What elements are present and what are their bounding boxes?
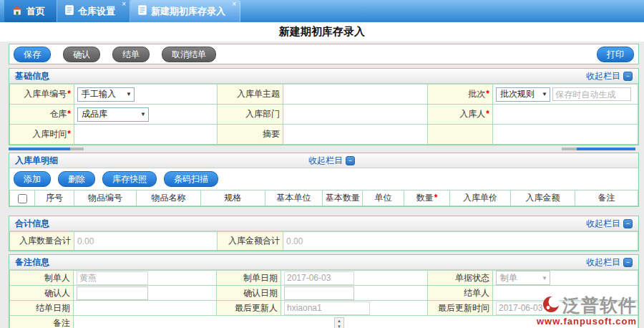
collapse-icon: −: [623, 258, 633, 267]
detail-header: 入库单明细 收起栏目 −: [9, 153, 638, 168]
make-date-cell: [281, 271, 428, 286]
confirm-button[interactable]: 确认: [63, 47, 100, 62]
section-title: 备注信息: [15, 256, 49, 269]
subject-field[interactable]: [283, 85, 428, 105]
totals-grid: 入库数量合计 0.00 入库金额合计 0.00: [9, 231, 638, 251]
page-title: 新建期初库存录入: [279, 25, 365, 39]
close-icon[interactable]: ×: [122, 1, 126, 8]
summary-field[interactable]: [283, 125, 428, 145]
tab-bar: 首页 仓库设置 × 新建期初库存录入 ×: [0, 0, 644, 22]
make-date-label: 制单日期: [217, 271, 281, 286]
total-amount-label: 入库金额合计: [218, 232, 283, 251]
stock-snapshot-button[interactable]: 库存快照: [102, 171, 157, 187]
total-qty-value: 0.00: [74, 232, 218, 251]
make-date-input: [284, 271, 354, 285]
section-basic-info: 基础信息 收起栏目 − 入库单编号* 手工输入▼ 入库单主题 批次* 批次规则▼…: [9, 68, 639, 145]
column-header-qty: 数量*: [404, 190, 450, 206]
time-field[interactable]: [74, 125, 218, 145]
collapse-totals-control[interactable]: 收起栏目 −: [586, 216, 633, 231]
subject-label: 入库单主题: [218, 85, 283, 105]
batch-input[interactable]: [552, 87, 631, 101]
select-all-checkbox[interactable]: [18, 194, 27, 203]
section-totals: 合计信息 收起栏目 − 入库数量合计 0.00 入库金额合计 0.00: [9, 216, 639, 251]
column-header-base-unit: 基本单位: [265, 190, 323, 206]
delete-row-button[interactable]: 删除: [58, 171, 95, 187]
confirm-date-label: 确认日期: [217, 286, 281, 301]
tab-label: 仓库设置: [78, 5, 115, 18]
note-label: 备注: [10, 316, 74, 328]
home-icon: [12, 6, 22, 17]
note-spinner[interactable]: ▲▼: [334, 317, 344, 328]
column-header-unit-price: 入库单价: [450, 190, 511, 206]
barcode-scan-button[interactable]: 条码扫描: [164, 171, 218, 187]
last-updater-label: 最后更新人: [217, 301, 281, 316]
collapse-icon: −: [346, 156, 355, 165]
tab-home[interactable]: 首页: [4, 0, 57, 22]
empty-field-cell: [493, 125, 638, 145]
chevron-down-icon: ▼: [140, 111, 146, 117]
detail-table: 序号 物品编号 物品名称 规格 基本单位 基本数量 单位 数量* 入库单价 入库…: [9, 190, 638, 206]
total-qty-label: 入库数量合计: [10, 232, 74, 251]
column-header-item-name: 物品名称: [137, 190, 201, 206]
settle-button[interactable]: 结单: [112, 47, 150, 62]
save-button[interactable]: 保存: [14, 47, 51, 62]
collapse-icon: −: [623, 219, 633, 228]
tab-new-initial-inventory[interactable]: 新建期初库存录入 ×: [130, 0, 240, 22]
settle-date-label: 结单日期: [10, 301, 74, 316]
collapse-icon: −: [623, 72, 633, 81]
section-title: 合计信息: [15, 218, 49, 230]
scrollbar-thumb-right[interactable]: [562, 148, 635, 150]
confirm-date-input[interactable]: [284, 286, 354, 300]
settler-label: 结单人: [428, 286, 493, 301]
receipt-no-mode-select[interactable]: 手工输入▼: [77, 87, 135, 102]
print-button[interactable]: 打印: [597, 47, 634, 62]
column-header-amount: 入库金额: [511, 190, 575, 206]
status-cell: 制单▼: [493, 271, 638, 286]
column-header-remark: 备注: [575, 190, 638, 206]
section-detail: 入库单明细 收起栏目 − 添加 删除 库存快照 条码扫描 序号 物品编号 物品名…: [9, 153, 639, 207]
vendor-name: 泛普软件: [562, 294, 637, 317]
confirmer-input[interactable]: [77, 286, 148, 300]
column-header-seq: 序号: [35, 190, 74, 206]
status-label: 单据状态: [428, 271, 493, 286]
last-update-time-label: 最后更新时间: [428, 301, 493, 316]
close-icon[interactable]: ×: [232, 1, 236, 8]
tab-label: 新建期初库存录入: [151, 5, 225, 18]
document-icon: [65, 5, 74, 17]
summary-label: 摘要: [218, 125, 283, 145]
vendor-watermark: 泛普软件 www.fanpusoft.com: [537, 294, 637, 327]
receiver-field[interactable]: [493, 105, 638, 125]
chevron-down-icon: ▼: [542, 91, 547, 97]
dept-label: 入库部门: [218, 105, 283, 125]
warehouse-label: 仓库*: [10, 105, 74, 125]
warehouse-cell: 成品库▼: [74, 105, 218, 125]
status-select: 制单▼: [496, 271, 550, 285]
add-row-button[interactable]: 添加: [14, 171, 51, 187]
collapse-basic-control[interactable]: 收起栏目 −: [586, 69, 633, 83]
confirm-date-cell: [281, 286, 428, 301]
collapse-detail-control[interactable]: 收起栏目 −: [308, 153, 355, 168]
spinner-up-icon[interactable]: ▲: [335, 318, 343, 324]
title-bar: 新建期初库存录入: [0, 22, 644, 42]
spinner-down-icon[interactable]: ▼: [335, 324, 343, 328]
tab-warehouse-settings[interactable]: 仓库设置 ×: [57, 0, 130, 22]
confirmer-cell: [74, 286, 217, 301]
settle-date-field: [74, 301, 217, 316]
dept-field[interactable]: [283, 105, 428, 125]
confirmer-label: 确认人: [10, 286, 74, 301]
cancel-settle-button[interactable]: 取消结单: [162, 47, 216, 62]
remark-header: 备注信息 收起栏目 −: [9, 255, 638, 270]
collapse-label: 收起栏目: [586, 256, 620, 269]
maker-cell: [74, 271, 217, 286]
batch-rule-select[interactable]: 批次规则▼: [496, 87, 550, 102]
section-title: 基础信息: [15, 70, 49, 82]
warehouse-select[interactable]: 成品库▼: [77, 107, 149, 122]
scrollbar-thumb-left[interactable]: [9, 148, 84, 150]
scrollbar-strip: [9, 147, 635, 152]
section-title: 入库单明细: [15, 155, 58, 167]
collapse-remark-control[interactable]: 收起栏目 −: [586, 255, 633, 269]
column-header-unit: 单位: [363, 190, 404, 206]
toolbar: 保存 确认 结单 取消结单 打印: [9, 44, 639, 64]
total-amount-value: 0.00: [283, 232, 638, 251]
last-updater-input: [284, 302, 370, 315]
